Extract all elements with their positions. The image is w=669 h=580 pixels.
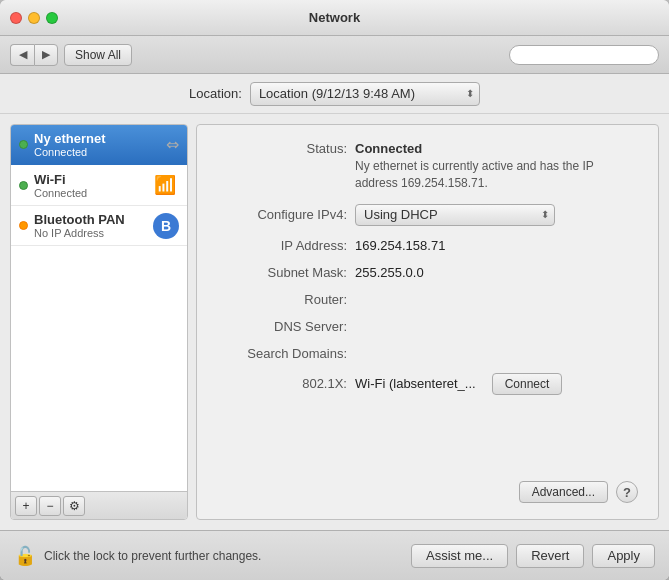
- location-label: Location:: [189, 86, 242, 101]
- status-dot-ny-ethernet: [19, 140, 28, 149]
- bluetooth-icon: B: [153, 213, 179, 239]
- back-button[interactable]: ◀: [10, 44, 34, 66]
- configure-ipv4-select[interactable]: Using DHCP Manually Off: [355, 204, 555, 226]
- sidebar-list: Ny ethernet Connected ⇔ Wi-Fi Connected …: [11, 125, 187, 491]
- status-value: Connected: [355, 141, 638, 156]
- ny-ethernet-status: Connected: [34, 146, 160, 158]
- close-button[interactable]: [10, 12, 22, 24]
- bluetooth-name: Bluetooth PAN: [34, 212, 147, 227]
- sidebar: Ny ethernet Connected ⇔ Wi-Fi Connected …: [10, 124, 188, 520]
- wifi-text: Wi-Fi Connected: [34, 172, 145, 199]
- configure-label: Configure IPv4:: [217, 207, 347, 222]
- status-dot-bluetooth: [19, 221, 28, 230]
- sidebar-toolbar: + − ⚙: [11, 491, 187, 519]
- search-input[interactable]: [509, 45, 659, 65]
- show-all-button[interactable]: Show All: [64, 44, 132, 66]
- location-select-wrapper: Location (9/12/13 9:48 AM) Automatic ⬍: [250, 82, 480, 106]
- dot1x-label: 802.1X:: [217, 376, 347, 391]
- dns-server-row: DNS Server:: [217, 319, 638, 334]
- sidebar-item-bluetooth[interactable]: Bluetooth PAN No IP Address B: [11, 206, 187, 246]
- window-title: Network: [309, 10, 360, 25]
- assist-me-button[interactable]: Assist me...: [411, 544, 508, 568]
- forward-button[interactable]: ▶: [34, 44, 58, 66]
- configure-select-wrapper: Using DHCP Manually Off ⬍: [355, 204, 555, 226]
- lock-description: Click the lock to prevent further change…: [44, 549, 403, 563]
- detail-bottom: Advanced... ?: [217, 481, 638, 503]
- connect-button[interactable]: Connect: [492, 373, 563, 395]
- location-select[interactable]: Location (9/12/13 9:48 AM) Automatic: [250, 82, 480, 106]
- network-window: Network ◀ ▶ Show All Location: Location …: [0, 0, 669, 580]
- dot1x-row: 802.1X: Wi-Fi (labsenteret_... Connect: [217, 373, 638, 395]
- detail-panel: Status: Connected Ny ethernet is current…: [196, 124, 659, 520]
- status-description: Ny ethernet is currently active and has …: [355, 158, 638, 192]
- location-row: Location: Location (9/12/13 9:48 AM) Aut…: [0, 74, 669, 114]
- ip-address-row: IP Address: 169.254.158.71: [217, 238, 638, 253]
- sidebar-item-ny-ethernet[interactable]: Ny ethernet Connected ⇔: [11, 125, 187, 165]
- dot1x-value: Wi-Fi (labsenteret_...: [355, 376, 476, 391]
- sidebar-item-wifi[interactable]: Wi-Fi Connected 📶: [11, 165, 187, 206]
- status-row: Status: Connected Ny ethernet is current…: [217, 141, 638, 192]
- apply-button[interactable]: Apply: [592, 544, 655, 568]
- router-label: Router:: [217, 292, 347, 307]
- subnet-mask-value: 255.255.0.0: [355, 265, 424, 280]
- settings-service-button[interactable]: ⚙: [63, 496, 85, 516]
- ny-ethernet-text: Ny ethernet Connected: [34, 131, 160, 158]
- ip-address-label: IP Address:: [217, 238, 347, 253]
- search-domains-label: Search Domains:: [217, 346, 347, 361]
- advanced-button[interactable]: Advanced...: [519, 481, 608, 503]
- maximize-button[interactable]: [46, 12, 58, 24]
- lock-icon[interactable]: 🔓: [14, 545, 36, 567]
- status-dot-wifi: [19, 181, 28, 190]
- ny-ethernet-name: Ny ethernet: [34, 131, 160, 146]
- traffic-lights: [10, 12, 58, 24]
- router-row: Router:: [217, 292, 638, 307]
- subnet-mask-label: Subnet Mask:: [217, 265, 347, 280]
- bluetooth-text: Bluetooth PAN No IP Address: [34, 212, 147, 239]
- main-content: Ny ethernet Connected ⇔ Wi-Fi Connected …: [0, 114, 669, 530]
- remove-service-button[interactable]: −: [39, 496, 61, 516]
- bluetooth-status: No IP Address: [34, 227, 147, 239]
- title-bar: Network: [0, 0, 669, 36]
- search-domains-row: Search Domains:: [217, 346, 638, 361]
- dns-server-label: DNS Server:: [217, 319, 347, 334]
- wifi-name: Wi-Fi: [34, 172, 145, 187]
- bottom-bar: 🔓 Click the lock to prevent further chan…: [0, 530, 669, 580]
- toolbar: ◀ ▶ Show All: [0, 36, 669, 74]
- subnet-mask-row: Subnet Mask: 255.255.0.0: [217, 265, 638, 280]
- wifi-status: Connected: [34, 187, 145, 199]
- revert-button[interactable]: Revert: [516, 544, 584, 568]
- add-service-button[interactable]: +: [15, 496, 37, 516]
- status-block: Connected Ny ethernet is currently activ…: [355, 141, 638, 192]
- minimize-button[interactable]: [28, 12, 40, 24]
- ethernet-arrows-icon: ⇔: [166, 135, 179, 154]
- nav-button-group: ◀ ▶: [10, 44, 58, 66]
- wifi-icon: 📶: [151, 171, 179, 199]
- help-button[interactable]: ?: [616, 481, 638, 503]
- status-label: Status:: [217, 141, 347, 156]
- configure-ipv4-row: Configure IPv4: Using DHCP Manually Off …: [217, 204, 638, 226]
- ip-address-value: 169.254.158.71: [355, 238, 445, 253]
